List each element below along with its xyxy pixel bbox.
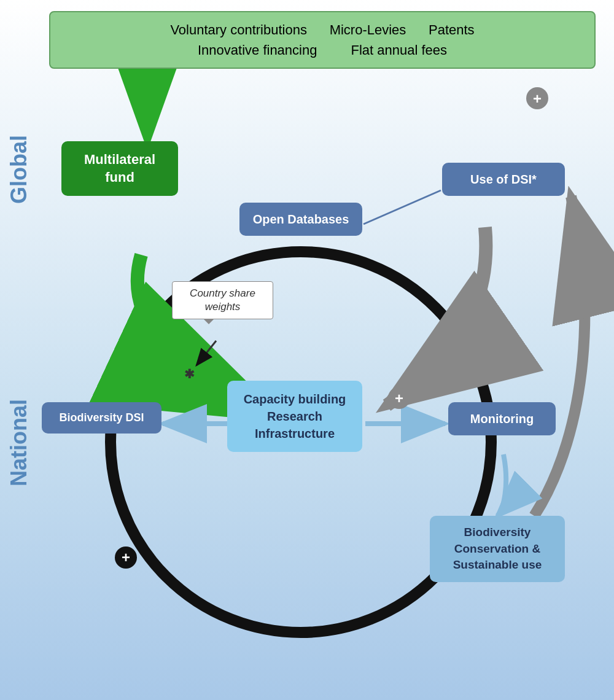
svg-line-17 <box>196 341 216 365</box>
country-share-weights-label: Country shareweights <box>190 287 255 313</box>
monitoring-box: Monitoring <box>448 402 556 435</box>
global-label: Global <box>6 135 32 204</box>
multilateral-fund-box: Multilateralfund <box>61 141 178 196</box>
monitoring-label: Monitoring <box>470 412 534 426</box>
biodiversity-conservation-label: BiodiversityConservation &Sustainable us… <box>453 526 542 571</box>
use-dsi-label: Use of DSI* <box>470 173 537 186</box>
svg-text:+: + <box>395 390 403 406</box>
funding-line1: Voluntary contributions Micro-Levies Pat… <box>170 22 474 37</box>
country-share-weights-callout: Country shareweights <box>172 281 273 319</box>
svg-text:+: + <box>122 549 130 566</box>
svg-line-19 <box>363 190 441 224</box>
svg-point-13 <box>388 387 410 409</box>
funding-box: Voluntary contributions Micro-Levies Pat… <box>49 11 596 69</box>
open-databases-box: Open Databases <box>239 203 362 236</box>
svg-point-15 <box>526 87 548 109</box>
svg-point-11 <box>115 546 137 569</box>
multilateral-fund-label: Multilateralfund <box>84 152 155 185</box>
open-databases-label: Open Databases <box>253 212 349 226</box>
funding-line2: Innovative financing Flat annual fees <box>198 42 447 58</box>
biodiversity-dsi-box: Biodiversity DSI <box>42 402 161 434</box>
diagram: + + + ✱ Voluntary contributions Micro-Le… <box>0 0 614 700</box>
svg-text:+: + <box>533 90 542 107</box>
national-label: National <box>6 399 32 486</box>
arrows-svg: + + + ✱ <box>0 0 614 700</box>
capacity-building-box: Capacity buildingResearchInfrastructure <box>227 381 362 452</box>
use-dsi-box: Use of DSI* <box>442 163 565 196</box>
svg-text:✱: ✱ <box>184 367 195 381</box>
biodiversity-conservation-box: BiodiversityConservation &Sustainable us… <box>430 516 565 582</box>
capacity-building-label: Capacity buildingResearchInfrastructure <box>244 392 346 440</box>
biodiversity-dsi-label: Biodiversity DSI <box>59 411 144 424</box>
